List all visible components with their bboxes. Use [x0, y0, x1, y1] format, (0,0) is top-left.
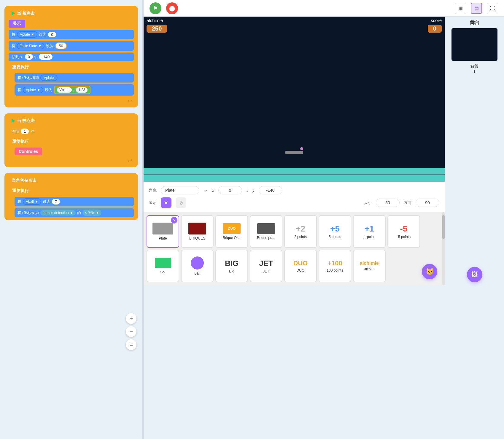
layout-normal-btn[interactable]: ▣: [455, 3, 466, 14]
x-coord-input[interactable]: [218, 186, 242, 194]
sprite-card-duo[interactable]: DUO DUO: [284, 250, 317, 282]
stage-preview[interactable]: [451, 28, 497, 61]
set-vplate-block[interactable]: 将 Vplate ▼ 设为 0: [9, 30, 134, 39]
zoom-in-btn[interactable]: +: [126, 313, 136, 324]
brique-or-img: DUO: [223, 223, 241, 234]
zoom-out-btn[interactable]: −: [126, 326, 136, 337]
1point-img: +1: [365, 224, 374, 234]
ball-label: Ball: [194, 271, 200, 275]
sprite-name-input[interactable]: [161, 186, 199, 194]
eye-open-icon: 👁: [164, 200, 168, 205]
set-vball-block[interactable]: 将 Vball ▼ 设为 7: [15, 197, 134, 206]
green-flag-btn[interactable]: ⚑: [150, 2, 161, 14]
plate-sprite-img: [152, 223, 173, 234]
100points-img: +100: [327, 259, 342, 267]
stage-label: 舞台: [470, 20, 479, 26]
delete-btn-plate[interactable]: ✕: [171, 217, 177, 224]
game-play-area: [144, 144, 445, 168]
dir-label: 方向: [404, 200, 411, 205]
move-to-block[interactable]: 移到 x: 0 y: -140: [9, 53, 134, 61]
timer-display: 250: [147, 25, 167, 33]
sprite-card-100points[interactable]: +100 100 points: [319, 250, 351, 282]
game-title: alchimie: [147, 18, 163, 23]
score-header-label: score: [431, 18, 442, 23]
hat-block-flag-1[interactable]: 当 被点击: [9, 9, 38, 18]
sprite-card-1point[interactable]: +1 1 point: [353, 215, 386, 248]
sprite-card-alchi[interactable]: alchimie alchi...: [353, 250, 386, 282]
duo-label: DUO: [297, 268, 305, 272]
add-stage-icon: 🖼: [471, 271, 478, 278]
bricks-svg: [144, 33, 341, 143]
plate-sprite-label: Plate: [159, 236, 167, 240]
game-column: alchimie score 250 0: [144, 17, 445, 285]
show-hidden-btn[interactable]: ⊘: [176, 197, 186, 208]
sprite-card-plate[interactable]: ✕ Plate: [147, 215, 179, 248]
duo-img: DUO: [293, 259, 308, 267]
brique-po-label: Brique po...: [257, 236, 275, 240]
sprite-card-brique-or[interactable]: DUO Brique Or...: [215, 215, 248, 248]
ball: [300, 147, 303, 150]
sprite-card-5points[interactable]: +5 5 points: [319, 215, 351, 248]
2points-label: 2 points: [294, 235, 307, 239]
brique-or-label: Brique Or...: [223, 236, 241, 240]
2points-img: +2: [296, 224, 305, 234]
vball-dropdown[interactable]: Vball ▼: [23, 198, 41, 205]
code-panel: 当 被点击 显示 将 Vplate ▼ 设为 0 将 Ta: [0, 0, 142, 439]
show-visible-btn[interactable]: 👁: [161, 197, 171, 208]
set-taille-block[interactable]: 将 Taille Plate ▼ 设为 50: [9, 41, 134, 51]
dir-input[interactable]: [416, 199, 439, 207]
mouse-x-block[interactable]: 将x坐标设为 mouse detection ▼ 的 x 坐标 ▼: [15, 208, 134, 217]
big-img: BIG: [225, 259, 239, 268]
jet-label: JET: [263, 269, 269, 273]
sprite-info-row1: 角色 ↔ x ↕ y: [149, 186, 439, 194]
sprite-card-sol[interactable]: Sol: [147, 250, 179, 282]
hat-block-flag-2[interactable]: 当 被点击: [9, 116, 134, 125]
briques-sprite-img: [188, 223, 206, 234]
top-toolbar: ⚑ ⬤ ▣ ▤ ⛶: [144, 0, 504, 17]
val-50: 50: [55, 42, 66, 49]
add-x-block[interactable]: 将x坐标增加 Vplate: [15, 73, 134, 83]
flag-icon-1: [12, 11, 15, 15]
y-coord-input[interactable]: [259, 186, 282, 194]
zoom-fit-btn[interactable]: =: [126, 339, 136, 350]
sol-label: Sol: [160, 270, 165, 274]
paddle: [285, 151, 303, 154]
stage-panel: 舞台 背景 1 🖼: [445, 17, 504, 285]
sprite-card-brique-po[interactable]: Brique po...: [250, 215, 282, 248]
sprite-card-ball[interactable]: Ball: [181, 250, 214, 282]
sprite-card-minus5[interactable]: -5 -5 points: [387, 215, 420, 248]
taille-dropdown[interactable]: Taille Plate ▼: [17, 43, 44, 49]
big-label: Big: [229, 269, 234, 273]
mouse-sense-dropdown[interactable]: mouse detection ▼: [40, 210, 76, 215]
vplate-dropdown-1[interactable]: Vplate ▼: [17, 31, 37, 38]
scrollbar-thumb[interactable]: [442, 215, 445, 239]
size-input[interactable]: [376, 199, 400, 207]
sprite-card-big[interactable]: BIG Big: [215, 250, 248, 282]
code-block-1: 当 被点击 显示 将 Vplate ▼ 设为 0 将 Ta: [4, 6, 138, 107]
show-block[interactable]: 显示: [9, 20, 25, 28]
layout-full-btn[interactable]: ⛶: [487, 3, 498, 14]
controles-block[interactable]: Controles: [15, 148, 42, 155]
val-7: 7: [52, 199, 60, 205]
set-vplate-div-block[interactable]: 将 Vplate ▼ 设为 Vplate / 1.23: [15, 84, 134, 96]
wait-block[interactable]: 等待 1 秒: [9, 127, 134, 136]
add-stage-btn[interactable]: 🖼: [467, 267, 482, 282]
green-flag-icon: ⚑: [153, 5, 158, 12]
bg-count: 1: [473, 69, 476, 74]
mouse-coord-dropdown[interactable]: x 坐标 ▼: [82, 210, 102, 216]
alchi-label: alchi...: [364, 267, 375, 271]
sol-img: [155, 258, 171, 268]
sprite-grid-scrollbar[interactable]: [442, 212, 445, 285]
sprite-info-panel: 角色 ↔ x ↕ y 显示 👁: [144, 182, 445, 212]
stop-btn[interactable]: ⬤: [166, 2, 178, 14]
sprite-card-briques[interactable]: BRIQUES: [181, 215, 214, 248]
x-icon: ↔: [203, 188, 208, 193]
hat-block-sprite[interactable]: 当角色被点击: [9, 176, 134, 185]
vplate-badge[interactable]: Vplate: [40, 75, 58, 81]
layout-side-btn[interactable]: ▤: [471, 3, 482, 14]
sprite-card-jet[interactable]: JET JET: [250, 250, 282, 282]
1point-label: 1 point: [364, 235, 375, 239]
vplate-dropdown-2[interactable]: Vplate ▼: [23, 87, 43, 93]
add-sprite-btn[interactable]: 🐱: [422, 264, 437, 279]
sprite-card-2points[interactable]: +2 2 points: [284, 215, 317, 248]
